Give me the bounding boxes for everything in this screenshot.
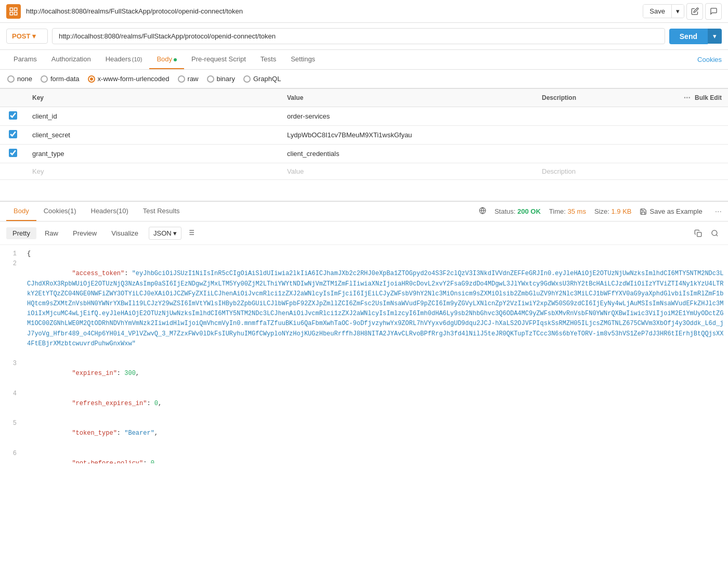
- code-line-6: 6 "not-before-policy": 0,: [0, 449, 728, 463]
- svg-rect-3: [15, 12, 17, 15]
- row-1-key: client_id: [26, 107, 281, 126]
- method-chevron: ▾: [32, 32, 36, 40]
- send-button[interactable]: Send: [669, 29, 708, 44]
- row-2-value: LydpWbOC8I1cv7BMeuM9XTi1wskGfyau: [281, 126, 536, 145]
- fmt-tab-raw[interactable]: Raw: [38, 227, 64, 239]
- save-button-group[interactable]: Save ▾: [643, 4, 684, 18]
- col-key: Key: [26, 89, 281, 107]
- fmt-tab-visualize[interactable]: Visualize: [105, 227, 145, 239]
- row-2-description: [536, 126, 728, 145]
- body-type-selectors: none form-data x-www-form-urlencoded raw…: [0, 70, 728, 88]
- search-response-button[interactable]: [707, 226, 722, 240]
- status-label: Status: 200 OK: [495, 207, 541, 215]
- empty-description: Description: [542, 167, 576, 175]
- row-2-checkbox[interactable]: [9, 130, 17, 138]
- svg-rect-2: [10, 12, 12, 15]
- url-input[interactable]: [52, 28, 665, 44]
- row-1-value: order-services: [281, 107, 536, 126]
- tab-tests[interactable]: Tests: [253, 50, 283, 69]
- radio-raw-circle: [178, 75, 185, 83]
- time-label: Time: 35 ms: [549, 207, 586, 215]
- resp-tab-body[interactable]: Body: [6, 202, 36, 221]
- filter-icon[interactable]: [184, 226, 198, 240]
- comment-icon-button[interactable]: [705, 3, 722, 20]
- svg-line-14: [716, 235, 718, 236]
- svg-rect-12: [697, 232, 701, 236]
- tab-prerequest[interactable]: Pre-request Script: [184, 50, 253, 69]
- col-value: Value: [281, 89, 536, 107]
- top-bar: http://localhost:8080/realms/FullStackAp…: [0, 0, 728, 23]
- code-line-1: 1 {: [0, 249, 728, 259]
- size-label: Size: 1.9 KB: [594, 207, 632, 215]
- request-tabs: Params Authorization Headers(10) Body Pr…: [0, 50, 728, 70]
- body-type-raw[interactable]: raw: [178, 75, 199, 83]
- save-dropdown-button[interactable]: ▾: [671, 5, 684, 18]
- tab-settings[interactable]: Settings: [283, 50, 322, 69]
- response-section: Body Cookies(1) Headers(10) Test Results…: [0, 201, 728, 463]
- address-bar-url: http://localhost:8080/realms/FullStackAp…: [26, 7, 638, 15]
- save-button[interactable]: Save: [643, 5, 671, 18]
- tab-params[interactable]: Params: [6, 50, 44, 69]
- format-tabs: Pretty Raw Preview Visualize JSON ▾: [0, 222, 728, 245]
- fmt-tab-pretty[interactable]: Pretty: [6, 227, 36, 239]
- spacer: [0, 180, 728, 201]
- radio-graphql-circle: [243, 75, 251, 83]
- empty-value: Value: [287, 167, 304, 175]
- edit-icon-button[interactable]: [686, 3, 703, 20]
- save-example-button[interactable]: Save as Example: [640, 207, 702, 215]
- copy-response-button[interactable]: [691, 226, 705, 240]
- cookies-link[interactable]: Cookies: [697, 56, 722, 63]
- body-type-graphql[interactable]: GraphQL: [243, 75, 281, 83]
- table-row: grant_type client_credentials: [0, 145, 728, 163]
- col-check: [0, 89, 26, 107]
- response-tabs: Body Cookies(1) Headers(10) Test Results…: [0, 202, 728, 222]
- svg-rect-0: [10, 8, 12, 10]
- table-row: client_secret LydpWbOC8I1cv7BMeuM9XTi1ws…: [0, 126, 728, 145]
- code-line-4: 4 "refresh_expires_in": 0,: [0, 389, 728, 419]
- app-logo: [6, 4, 21, 19]
- code-line-5: 5 "token_type": "Bearer",: [0, 419, 728, 449]
- body-type-form-data[interactable]: form-data: [41, 75, 80, 83]
- bulk-edit-more[interactable]: ···: [684, 93, 691, 102]
- table-row: client_id order-services: [0, 107, 728, 126]
- radio-binary-circle: [207, 75, 214, 83]
- method-label: POST: [12, 32, 30, 40]
- status-value: 200 OK: [517, 207, 541, 215]
- row-3-description: [536, 145, 728, 163]
- resp-tab-headers[interactable]: Headers(10): [84, 202, 136, 221]
- radio-form-data-circle: [41, 75, 48, 83]
- bulk-edit-button[interactable]: Bulk Edit: [695, 94, 722, 101]
- response-more-dots[interactable]: ···: [715, 207, 722, 216]
- body-type-urlencoded[interactable]: x-www-form-urlencoded: [88, 75, 170, 83]
- json-format-selector[interactable]: JSON ▾: [149, 227, 181, 240]
- size-value: 1.9 KB: [611, 207, 631, 215]
- row-3-checkbox[interactable]: [9, 149, 17, 157]
- code-line-3: 3 "expires_in": 300,: [0, 359, 728, 389]
- send-button-group[interactable]: Send ▾: [669, 29, 722, 44]
- resp-tab-test-results[interactable]: Test Results: [136, 202, 187, 221]
- status-globe-icon: [479, 207, 486, 216]
- tab-authorization[interactable]: Authorization: [44, 50, 98, 69]
- form-table: Key Value Description ··· Bulk Edit clie…: [0, 88, 728, 180]
- fmt-tab-preview[interactable]: Preview: [67, 227, 103, 239]
- table-row-empty: Key Value Description: [0, 163, 728, 180]
- resp-tab-cookies[interactable]: Cookies(1): [36, 202, 84, 221]
- row-1-checkbox[interactable]: [9, 111, 17, 120]
- send-dropdown-button[interactable]: ▾: [708, 29, 722, 44]
- body-type-binary[interactable]: binary: [207, 75, 235, 83]
- row-3-value: client_credentials: [281, 145, 536, 163]
- row-3-key: grant_type: [26, 145, 281, 163]
- tab-headers[interactable]: Headers(10): [98, 50, 150, 69]
- response-status: Status: 200 OK Time: 35 ms Size: 1.9 KB …: [479, 207, 722, 216]
- top-actions: Save ▾: [643, 3, 722, 20]
- empty-key: Key: [32, 167, 44, 175]
- request-bar: POST ▾ Send ▾: [0, 23, 728, 50]
- tab-body[interactable]: Body: [149, 50, 184, 69]
- body-type-none[interactable]: none: [7, 75, 32, 83]
- code-line-2: 2 "access_token": "eyJhbGciOiJSUzI1NiIsI…: [0, 259, 728, 359]
- response-body[interactable]: 1 { 2 "access_token": "eyJhbGciOiJSUzI1N…: [0, 245, 728, 463]
- radio-urlencoded-circle: [88, 75, 95, 83]
- format-right-actions: [691, 226, 722, 240]
- method-selector[interactable]: POST ▾: [6, 29, 48, 44]
- row-2-key: client_secret: [26, 126, 281, 145]
